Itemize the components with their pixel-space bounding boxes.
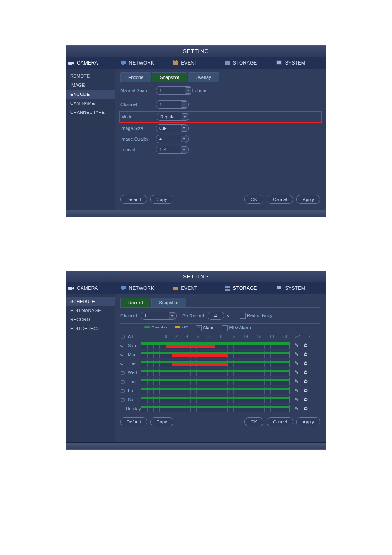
link-icon[interactable]: ▢ [120, 397, 126, 402]
link-icon[interactable]: ∞ [120, 352, 126, 357]
topnav-camera-label: CAMERA [77, 60, 98, 66]
timeline-tue[interactable] [141, 360, 290, 367]
topnav-network-label: NETWORK [129, 60, 154, 66]
sidebar-item-record[interactable]: RECORD [66, 315, 115, 324]
image-size-select[interactable]: CIF [156, 124, 189, 132]
redundancy-checkbox[interactable] [240, 313, 246, 319]
time-axis: 024 6810 121416 182022 24 [165, 334, 313, 339]
timeline-thu[interactable] [141, 378, 290, 385]
topnav-system[interactable]: SYSTEM [274, 57, 326, 69]
sidebar-item-channeltype[interactable]: CHANNEL TYPE [66, 108, 115, 117]
edit-icon[interactable]: ✎ [294, 361, 300, 366]
prerecord-input[interactable] [208, 312, 224, 320]
gear-icon[interactable]: ✿ [303, 342, 309, 348]
channel-select[interactable]: 1 [156, 100, 189, 109]
channel-value: 1 [144, 313, 147, 318]
sidebar-item-encode[interactable]: ENCODE [66, 90, 115, 99]
copy-button[interactable]: Copy [150, 417, 173, 426]
topnav-system[interactable]: SYSTEM [274, 282, 326, 294]
sidebar-item-remote[interactable]: REMOTE [66, 72, 115, 81]
ok-button[interactable]: OK [244, 417, 263, 426]
sidebar-item-hddmanage[interactable]: HDD MANAGE [66, 306, 115, 315]
topnav-storage[interactable]: STORAGE [222, 57, 274, 69]
edit-icon[interactable]: ✎ [294, 406, 300, 412]
mode-select[interactable]: Regular [157, 113, 189, 121]
gear-icon[interactable]: ✿ [303, 397, 309, 402]
topnav-event[interactable]: EVENT [170, 57, 222, 69]
schedule-row-sat: ▢Sat✎✿ [120, 395, 320, 404]
topnav-network[interactable]: NETWORK [118, 57, 171, 69]
svg-rect-3 [122, 64, 124, 65]
timeline-wed[interactable] [141, 369, 290, 376]
schedule-row-mon: ∞Mon✎✿ [120, 350, 320, 359]
gear-icon[interactable]: ✿ [303, 388, 309, 393]
link-icon[interactable]: ∞ [120, 361, 126, 366]
topnav-storage[interactable]: STORAGE [222, 282, 274, 294]
system-icon [276, 60, 282, 66]
chevron-down-icon [182, 113, 188, 120]
manual-snap-select[interactable]: 1 [156, 86, 193, 95]
link-icon[interactable]: ▢ [120, 388, 126, 393]
copy-button[interactable]: Copy [150, 195, 173, 204]
sidebar-item-camname[interactable]: CAM NAME [66, 99, 115, 108]
tab-overlay[interactable]: Overlay [188, 72, 219, 82]
edit-icon[interactable]: ✎ [294, 370, 300, 375]
mdalarm-checkbox[interactable] [222, 325, 228, 331]
tab-snapshot[interactable]: Snapshot [152, 72, 187, 82]
tab-record[interactable]: Record [120, 298, 150, 307]
cancel-button[interactable]: Cancel [267, 417, 293, 426]
gear-icon[interactable]: ✿ [303, 352, 309, 357]
svg-rect-6 [176, 60, 177, 62]
link-icon[interactable]: ▢ [120, 379, 126, 384]
svg-rect-10 [278, 65, 280, 65]
link-icon[interactable]: ∞ [120, 343, 126, 348]
ok-button[interactable]: OK [244, 195, 263, 204]
chevron-down-icon [181, 146, 187, 153]
apply-button[interactable]: Apply [296, 417, 320, 426]
topnav-network[interactable]: NETWORK [118, 282, 171, 294]
sidebar-item-schedule[interactable]: SCHEDULE [66, 297, 115, 306]
topnav-camera[interactable]: CAMERA [66, 57, 118, 69]
alarm-checkbox[interactable] [196, 325, 202, 331]
image-quality-select[interactable]: 4 [156, 135, 189, 143]
edit-icon[interactable]: ✎ [294, 379, 300, 384]
topnav-event-label: EVENT [181, 285, 197, 291]
gear-icon[interactable]: ✿ [303, 361, 309, 366]
channel-select[interactable]: 1 [141, 312, 177, 320]
edit-icon[interactable]: ✎ [294, 342, 300, 348]
day-label: Sun [128, 343, 136, 348]
link-icon[interactable]: ▢ [120, 370, 126, 375]
all-checkbox[interactable]: ▢ [120, 334, 126, 339]
svg-rect-5 [173, 60, 174, 62]
default-button[interactable]: Default [120, 417, 147, 426]
apply-button[interactable]: Apply [296, 195, 320, 204]
topnav-event[interactable]: EVENT [170, 282, 222, 294]
interval-select[interactable]: 1 S [156, 146, 189, 154]
timeline-fri[interactable] [141, 387, 290, 394]
gear-icon[interactable]: ✿ [303, 406, 309, 412]
storage-icon [224, 60, 231, 66]
edit-icon[interactable]: ✎ [294, 388, 300, 393]
topnav-camera[interactable]: CAMERA [66, 282, 118, 294]
sidebar-item-hdddetect[interactable]: HDD DETECT [66, 324, 115, 333]
default-button[interactable]: Default [120, 195, 147, 204]
tab-snapshot[interactable]: Snapshot [151, 298, 186, 307]
gear-icon[interactable]: ✿ [303, 370, 309, 375]
timeline-holiday[interactable] [141, 405, 290, 412]
tab-encode[interactable]: Encode [120, 72, 151, 82]
schedule-row-wed: ▢Wed✎✿ [120, 368, 320, 377]
timeline-mon[interactable] [141, 351, 290, 358]
timeline-sat[interactable] [141, 396, 290, 403]
svg-rect-16 [225, 286, 230, 288]
edit-icon[interactable]: ✎ [294, 352, 300, 357]
camera-icon [68, 285, 74, 291]
timeline-sun[interactable] [141, 342, 290, 349]
edit-icon[interactable]: ✎ [294, 397, 300, 402]
svg-marker-12 [72, 287, 74, 290]
svg-rect-9 [277, 61, 281, 64]
gear-icon[interactable]: ✿ [303, 379, 309, 384]
sidebar-item-image[interactable]: IMAGE [66, 81, 115, 90]
cancel-button[interactable]: Cancel [267, 195, 293, 204]
channel-label: Channel [120, 313, 137, 318]
storage-icon [224, 285, 231, 291]
